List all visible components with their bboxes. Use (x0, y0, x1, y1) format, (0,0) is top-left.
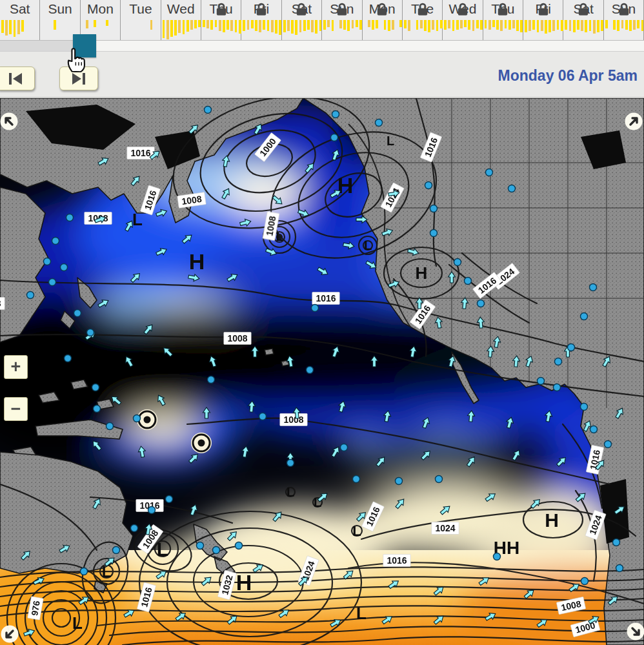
spot-marker[interactable] (590, 284, 597, 291)
day-label: Tue (121, 0, 160, 19)
spot-marker[interactable] (74, 310, 81, 317)
spot-marker[interactable] (376, 119, 383, 127)
zoom-out-button[interactable]: − (4, 397, 28, 421)
spot-marker[interactable] (353, 476, 360, 483)
svg-text:1016: 1016 (316, 293, 336, 303)
timeline-day-sat-0[interactable]: Sat (0, 0, 40, 40)
lock-icon (496, 2, 509, 16)
pressure-center-L: L (387, 134, 394, 148)
svg-text:1016: 1016 (130, 148, 150, 158)
timeline-day-fri-6[interactable]: Fri (241, 0, 281, 40)
spot-marker[interactable] (494, 553, 501, 560)
spot-marker[interactable] (613, 539, 620, 546)
timeline-day-sun-15[interactable]: Sun (604, 0, 644, 40)
spot-marker[interactable] (134, 415, 141, 422)
spot-marker[interactable] (568, 344, 575, 351)
lock-icon (215, 2, 228, 16)
swell-bars (121, 20, 160, 40)
pan-southeast-button[interactable] (627, 623, 644, 640)
spot-marker[interactable] (425, 182, 432, 189)
spot-marker[interactable] (332, 111, 339, 118)
spot-marker[interactable] (331, 134, 338, 141)
lock-icon (618, 2, 630, 16)
skip-forward-button[interactable] (59, 67, 98, 90)
spot-marker[interactable] (605, 441, 612, 448)
pan-northeast-button[interactable] (625, 113, 643, 130)
pressure-center-L: L (132, 210, 143, 229)
pressure-center-L: L (356, 604, 367, 623)
spot-marker[interactable] (94, 405, 101, 413)
timeline-slider-track[interactable] (0, 40, 644, 52)
timeline-day-tue-10[interactable]: Tue (403, 0, 443, 40)
forecast-map[interactable]: 1016100010161008100810081024101610241016… (0, 98, 644, 645)
spot-marker[interactable] (555, 358, 562, 365)
timeline-day-sat-14[interactable]: Sat (563, 0, 603, 40)
timeline-day-thu-5[interactable]: Thu (201, 0, 241, 40)
spot-marker[interactable] (49, 279, 56, 286)
spot-marker[interactable] (106, 423, 114, 430)
timeline-day-thu-12[interactable]: Thu (483, 0, 523, 40)
slider-track-elapsed[interactable] (0, 41, 73, 51)
spot-marker[interactable] (581, 313, 588, 320)
spot-marker[interactable] (205, 107, 212, 114)
day-label: Sat (0, 0, 39, 19)
spot-marker[interactable] (148, 507, 156, 514)
spot-marker[interactable] (554, 384, 561, 391)
swell-bars (443, 20, 482, 40)
skip-back-button[interactable] (0, 67, 35, 90)
timeline-day-fri-13[interactable]: Fri (523, 0, 563, 40)
pan-southwest-button[interactable] (1, 626, 19, 643)
svg-text:1016: 1016 (387, 555, 407, 566)
spot-marker[interactable] (259, 413, 267, 420)
timeline-day-wed-4[interactable]: Wed (161, 0, 201, 40)
zoom-in-button[interactable]: + (4, 355, 28, 379)
isobar-label-1016: 1016 (383, 555, 410, 567)
spot-marker[interactable] (396, 478, 403, 485)
spot-marker[interactable] (44, 258, 51, 265)
spot-marker[interactable] (87, 329, 94, 336)
lock-icon (376, 2, 388, 16)
spot-marker[interactable] (486, 169, 493, 176)
lock-icon (456, 2, 469, 16)
swell-bars (563, 20, 603, 40)
spot-marker[interactable] (436, 476, 443, 483)
spot-marker[interactable] (430, 205, 438, 212)
spot-marker[interactable] (287, 460, 294, 467)
spot-marker[interactable] (581, 404, 588, 411)
spot-marker[interactable] (312, 305, 319, 312)
timeline-day-wed-11[interactable]: Wed (443, 0, 483, 40)
spot-marker[interactable] (66, 214, 74, 221)
spot-marker[interactable] (208, 376, 215, 384)
spot-marker[interactable] (61, 264, 68, 271)
spot-marker[interactable] (131, 525, 138, 532)
timeline-day-mon-9[interactable]: Mon (363, 0, 403, 40)
spot-marker[interactable] (581, 578, 589, 585)
spot-marker[interactable] (341, 444, 348, 451)
spot-marker[interactable] (92, 384, 99, 391)
spot-marker[interactable] (454, 259, 461, 266)
pan-northwest-button[interactable] (1, 113, 18, 130)
isobar-label-1008: 1008 (0, 298, 5, 310)
timeline-day-tue-3[interactable]: Tue (121, 0, 161, 40)
spot-marker[interactable] (52, 238, 59, 245)
timeline-day-sat-7[interactable]: Sat (282, 0, 322, 40)
spot-marker[interactable] (590, 426, 598, 433)
spot-marker[interactable] (27, 292, 34, 299)
spot-marker[interactable] (213, 547, 220, 554)
timeline-day-sun-8[interactable]: Sun (322, 0, 362, 40)
spot-marker[interactable] (307, 367, 314, 374)
spot-marker[interactable] (508, 185, 516, 192)
spot-marker[interactable] (81, 568, 88, 575)
slider-handle[interactable] (73, 34, 96, 57)
spot-marker[interactable] (236, 542, 243, 549)
spot-marker[interactable] (478, 300, 485, 307)
day-label: Mon (81, 0, 120, 19)
spot-marker[interactable] (538, 378, 545, 385)
spot-marker[interactable] (166, 496, 173, 503)
spot-marker[interactable] (65, 355, 72, 362)
spot-marker[interactable] (465, 278, 472, 285)
spot-marker[interactable] (616, 565, 623, 572)
spot-marker[interactable] (197, 542, 204, 549)
spot-marker[interactable] (113, 547, 120, 554)
spot-marker[interactable] (430, 230, 438, 237)
